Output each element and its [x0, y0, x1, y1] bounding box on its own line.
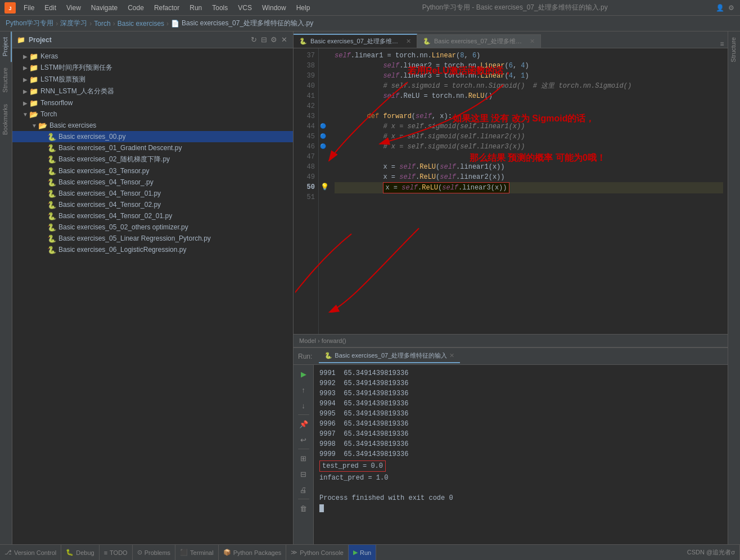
tree-label-tensorflow[interactable]: Tensorflow	[40, 99, 73, 107]
settings-icon[interactable]: ⚙	[727, 3, 736, 12]
sidebar-tab-bookmarks[interactable]: Bookmarks	[0, 98, 12, 141]
tree-label-be04[interactable]: Basic exercises_04_Tensor_.py	[58, 178, 154, 186]
menu-help[interactable]: Help	[292, 3, 315, 13]
tree-arrow-rnn-lstm[interactable]: ▶	[21, 88, 29, 94]
editor-tab-file1[interactable]: 🐍 Basic exercises_07_处理多维特征的输入.py ✕	[294, 34, 417, 48]
code-line-51	[335, 193, 723, 204]
menu-file[interactable]: File	[19, 3, 39, 13]
run-layout-button[interactable]: ⊞	[297, 451, 310, 465]
tree-label-basic-exercises[interactable]: Basic exercises	[49, 121, 96, 129]
tree-item-tensorflow[interactable]: ▶ 📁 Tensorflow	[12, 97, 293, 109]
tree-item-be04-02-01[interactable]: ▶ 🐍 Basic exercises_04_Tensor_02_01.py	[12, 210, 293, 222]
tree-label-be00[interactable]: Basic exercises_00.py	[58, 133, 125, 141]
project-close-icon[interactable]: ✕	[279, 35, 288, 44]
status-version-control[interactable]: ⎇ Version Control	[0, 545, 61, 560]
folder-icon-tensorflow: 📁	[29, 98, 38, 107]
tree-item-be01[interactable]: ▶ 🐍 Basic exercises_01_Gradient Descent.…	[12, 142, 293, 153]
tree-item-be06[interactable]: ▶ 🐍 Basic exercises_06_LogisticRegressio…	[12, 244, 293, 255]
tree-label-be04-01[interactable]: Basic exercises_04_Tensor_01.py	[58, 189, 161, 197]
tree-label-be02[interactable]: Basic exercises_02_随机梯度下降.py	[58, 155, 170, 164]
menu-vcs[interactable]: VCS	[233, 3, 256, 13]
project-sync-icon[interactable]: ↻	[249, 35, 258, 44]
status-run[interactable]: ▶ Run	[349, 545, 376, 560]
tree-arrow-tensorflow[interactable]: ▶	[21, 100, 29, 106]
status-debug[interactable]: 🐛 Debug	[61, 545, 99, 560]
tree-label-rnn-lstm[interactable]: RNN_LSTM_人名分类器	[40, 87, 114, 96]
editor-tab-file2[interactable]: 🐍 Basic exercises_07_处理多维特征的输入_02.py ✕	[417, 34, 541, 48]
tree-item-be04[interactable]: ▶ 🐍 Basic exercises_04_Tensor_.py	[12, 177, 293, 188]
tree-arrow-basic-exercises[interactable]: ▼	[30, 123, 38, 129]
tree-label-lstm-stock[interactable]: LSTM股票预测	[40, 75, 85, 84]
code-line-46: # x = self.sigmoid(self.linear3(x))	[335, 142, 723, 152]
tree-label-keras[interactable]: Keras	[40, 52, 58, 60]
run-tab-close[interactable]: ✕	[449, 352, 454, 359]
run-down-button[interactable]: ↓	[297, 399, 310, 412]
tree-item-rnn-lstm[interactable]: ▶ 📁 RNN_LSTM_人名分类器	[12, 85, 293, 97]
project-collapse-icon[interactable]: ⊟	[259, 35, 268, 44]
tree-item-lstm-time[interactable]: ▶ 📁 LSTM时间序列预测任务	[12, 62, 293, 74]
tab-close-2[interactable]: ✕	[530, 38, 535, 45]
code-content[interactable]: self.linear1 = torch.nn.Linear(8, 6) sel…	[330, 48, 728, 334]
tree-label-be03[interactable]: Basic exercises_03_Tensor.py	[58, 167, 149, 175]
status-todo[interactable]: ≡ TODO	[100, 545, 133, 560]
tree-arrow-keras[interactable]: ▶	[21, 53, 29, 60]
sidebar-tab-project[interactable]: Project	[0, 31, 12, 62]
tree-item-be00[interactable]: ▶ 🐍 Basic exercises_00.py	[12, 131, 293, 142]
project-settings-icon[interactable]: ⚙	[269, 35, 278, 44]
menu-window[interactable]: Window	[258, 3, 291, 13]
account-icon[interactable]: 👤	[715, 3, 724, 12]
right-tab-structure[interactable]: Structure	[728, 31, 740, 68]
tree-item-be04-01[interactable]: ▶ 🐍 Basic exercises_04_Tensor_01.py	[12, 188, 293, 199]
status-terminal[interactable]: ⬛ Terminal	[175, 545, 219, 560]
tree-arrow-torch[interactable]: ▼	[21, 111, 29, 118]
breadcrumb-deeplearning[interactable]: 深度学习	[60, 19, 87, 28]
tree-label-be06[interactable]: Basic exercises_06_LogisticRegression.py	[58, 246, 186, 254]
tree-item-keras[interactable]: ▶ 📁 Keras	[12, 51, 293, 62]
tree-arrow-lstm-time[interactable]: ▶	[21, 65, 29, 71]
run-play-button[interactable]: ▶	[297, 367, 310, 381]
menu-refactor[interactable]: Refactor	[150, 3, 184, 13]
run-up-button[interactable]: ↑	[297, 383, 310, 396]
tree-item-torch[interactable]: ▼ 📂 Torch	[12, 109, 293, 120]
tree-label-be01[interactable]: Basic exercises_01_Gradient Descent.py	[58, 144, 182, 152]
breadcrumb-root[interactable]: Python学习专用	[6, 19, 53, 28]
run-align-button[interactable]: ⊟	[297, 467, 310, 481]
tree-item-be05-linear[interactable]: ▶ 🐍 Basic exercises_05_Linear Regression…	[12, 233, 293, 244]
tree-label-lstm-time[interactable]: LSTM时间序列预测任务	[40, 63, 112, 73]
breadcrumb-torch[interactable]: Torch	[94, 20, 110, 28]
menu-edit[interactable]: Edit	[40, 3, 61, 13]
menu-tools[interactable]: Tools	[207, 3, 232, 13]
menu-view[interactable]: View	[62, 3, 85, 13]
run-tab-main[interactable]: 🐍 Basic exercises_07_处理多维特征的输入 ✕	[319, 349, 460, 363]
breadcrumb-basic[interactable]: Basic exercises	[118, 20, 164, 28]
run-separator-1	[298, 414, 309, 415]
line-num-47: 47	[294, 152, 315, 162]
tree-item-be03[interactable]: ▶ 🐍 Basic exercises_03_Tensor.py	[12, 165, 293, 177]
tree-label-be04-02[interactable]: Basic exercises_04_Tensor_02.py	[58, 201, 161, 209]
tab-close-1[interactable]: ✕	[406, 38, 411, 45]
menu-code[interactable]: Code	[123, 3, 148, 13]
editor-tabs-menu[interactable]: ≡	[716, 40, 728, 48]
tree-label-be04-02-01[interactable]: Basic exercises_04_Tensor_02_01.py	[58, 212, 172, 220]
run-status-label: Run	[360, 549, 371, 556]
tree-item-lstm-stock[interactable]: ▶ 📁 LSTM股票预测	[12, 74, 293, 85]
tree-label-be05-linear[interactable]: Basic exercises_05_Linear Regression_Pyt…	[58, 234, 211, 242]
sidebar-tab-structure[interactable]: Structure	[0, 62, 12, 98]
menu-navigate[interactable]: Navigate	[87, 3, 122, 13]
run-delete-button[interactable]: 🗑	[297, 502, 310, 515]
tree-item-be04-02[interactable]: ▶ 🐍 Basic exercises_04_Tensor_02.py	[12, 199, 293, 210]
status-python-packages[interactable]: 📦 Python Packages	[219, 545, 287, 560]
line-num-39: 39	[294, 71, 315, 81]
status-python-console[interactable]: ≫ Python Console	[286, 545, 349, 560]
tree-item-be05-02[interactable]: ▶ 🐍 Basic exercises_05_02_others optimiz…	[12, 222, 293, 233]
tree-arrow-lstm-stock[interactable]: ▶	[21, 76, 29, 83]
status-problems[interactable]: ⊙ Problems	[133, 545, 175, 560]
run-print-button[interactable]: 🖨	[297, 483, 310, 496]
menu-run[interactable]: Run	[185, 3, 206, 13]
tree-label-torch[interactable]: Torch	[40, 110, 57, 118]
tree-label-be05-02[interactable]: Basic exercises_05_02_others optimizer.p…	[58, 223, 188, 231]
run-pin-button[interactable]: 📌	[297, 417, 310, 431]
tree-item-be02[interactable]: ▶ 🐍 Basic exercises_02_随机梯度下降.py	[12, 153, 293, 165]
run-wrap-button[interactable]: ↩	[297, 433, 310, 446]
tree-item-basic-exercises[interactable]: ▼ 📂 Basic exercises	[12, 120, 293, 131]
